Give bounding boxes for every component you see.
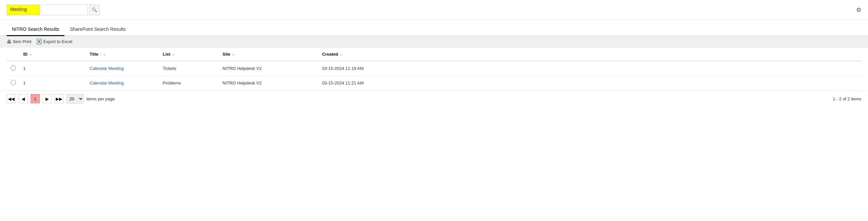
export-excel-button[interactable]: X Export to Excel [37,39,72,44]
row-title-0: Calendar Meeting [86,61,159,76]
pagination: ◀◀ ◀ 1 ▶ ▶▶ 102050100 items per page 1 -… [0,90,868,107]
row-list-1: Problems [159,76,219,90]
row-radio-1[interactable] [11,80,16,85]
top-bar: Meeting 🔍 ⚙ [0,0,868,20]
print-label: Item Print [13,39,32,44]
table-header-row: ID ⌄ Title ↑ ⌄ List ⌄ [7,47,861,61]
search-icon: 🔍 [92,7,97,12]
search-keyword[interactable]: Meeting [7,5,40,15]
col-site-sort-icon: ⌄ [232,52,235,56]
row-list-0: Tickets [159,61,219,76]
per-page-select[interactable]: 102050100 [66,94,84,103]
tab-nitro-search[interactable]: NITRO Search Results [7,23,64,36]
row-id-1: 1 [20,76,86,90]
col-list[interactable]: List ⌄ [159,47,219,61]
col-created[interactable]: Created ⌄ [319,47,861,61]
search-area: Meeting 🔍 [7,5,100,15]
col-site-label: Site [222,52,230,57]
col-title-sort-down-icon: ⌄ [103,52,106,56]
items-per-page-label: items per page [86,97,115,101]
row-id-0: 1 [20,61,86,76]
col-id-sort-icon: ⌄ [29,52,32,56]
gear-icon[interactable]: ⚙ [856,6,861,13]
search-input[interactable] [41,5,88,15]
row-select-cell [7,61,20,76]
col-created-label: Created [322,52,338,57]
row-title-link-0[interactable]: Calendar Meeting [90,66,124,71]
table-container: ID ⌄ Title ↑ ⌄ List ⌄ [0,47,868,90]
row-site-1: NITRO Helpdesk V2 [219,76,319,90]
export-label: Export to Excel [43,39,72,44]
col-created-sort-icon: ⌄ [339,52,342,56]
tabs-row: NITRO Search Results SharePoint Search R… [0,23,868,36]
row-radio-0[interactable] [11,65,16,71]
row-created-1: 03-15-2024 11:21 AM [319,76,861,90]
col-title-sort-icon: ↑ [100,52,102,56]
row-title-link-1[interactable]: Calendar Meeting [90,80,124,85]
row-select-cell [7,76,20,90]
first-page-button[interactable]: ◀◀ [7,94,16,103]
table-body: 1 Calendar Meeting Tickets NITRO Helpdes… [7,61,861,90]
col-list-sort-icon: ⌄ [172,52,175,56]
toolbar: 🖶 Item Print X Export to Excel [0,36,868,47]
prev-page-button[interactable]: ◀ [19,94,28,103]
col-select [7,47,20,61]
col-id-label: ID [23,52,28,57]
table-row: 1 Calendar Meeting Tickets NITRO Helpdes… [7,61,861,76]
col-title-label: Title [90,52,99,57]
tab-sharepoint-search[interactable]: SharePoint Search Results [64,23,131,36]
current-page[interactable]: 1 [31,94,40,103]
items-info: 1 - 2 of 2 items [833,97,861,101]
results-table: ID ⌄ Title ↑ ⌄ List ⌄ [7,47,861,90]
col-list-label: List [163,52,170,57]
row-title-1: Calendar Meeting [86,76,159,90]
col-title[interactable]: Title ↑ ⌄ [86,47,159,61]
next-page-button[interactable]: ▶ [42,94,52,103]
search-button[interactable]: 🔍 [89,5,100,15]
col-site[interactable]: Site ⌄ [219,47,319,61]
last-page-button[interactable]: ▶▶ [55,94,64,103]
col-id[interactable]: ID ⌄ [20,47,86,61]
row-created-0: 03-15-2024 11:19 AM [319,61,861,76]
excel-icon: X [37,39,42,44]
page-controls: ◀◀ ◀ 1 ▶ ▶▶ 102050100 items per page [7,94,115,103]
item-print-button[interactable]: 🖶 Item Print [7,39,32,44]
print-icon: 🖶 [7,39,11,44]
row-site-0: NITRO Helpdesk V2 [219,61,319,76]
table-row: 1 Calendar Meeting Problems NITRO Helpde… [7,76,861,90]
